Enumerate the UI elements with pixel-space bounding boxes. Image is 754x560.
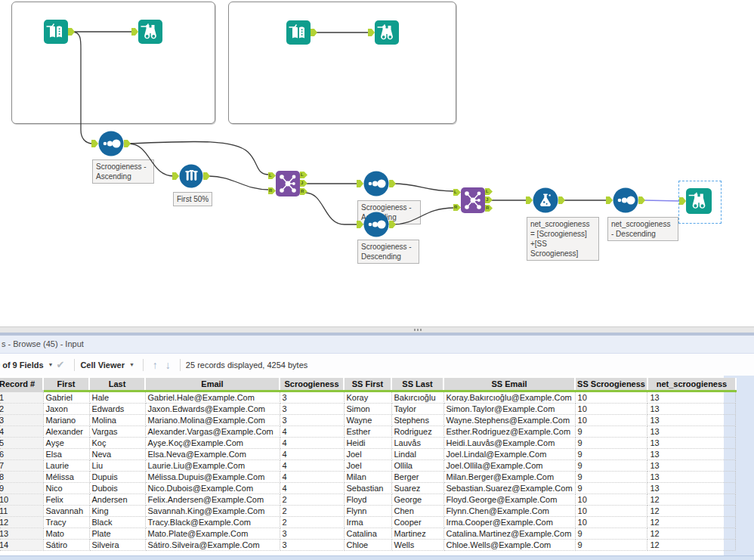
browse-tool-2[interactable]	[375, 20, 399, 45]
up-arrow-icon[interactable]: ↑	[153, 359, 158, 371]
data-cell[interactable]: Milan.Berger@Example.Com	[443, 472, 575, 483]
column-header[interactable]: net_scroogieness	[647, 378, 736, 391]
row-number-cell[interactable]: 13	[0, 528, 43, 540]
data-cell[interactable]: 9	[575, 483, 647, 494]
table-row[interactable]: 8MélissaDupuisMélissa.Dupuis@Example.Com…	[0, 472, 736, 483]
data-cell[interactable]: Tracy.Black@Example.Com	[145, 517, 280, 528]
data-cell[interactable]: Ayşe.Koç@Example.Com	[145, 438, 280, 449]
input-data-tool-2[interactable]	[286, 20, 311, 45]
data-cell[interactable]: 13	[647, 449, 736, 460]
data-cell[interactable]: Gabriel	[43, 391, 89, 404]
input-anchor[interactable]	[172, 172, 179, 180]
splitter-grip-icon[interactable]	[414, 329, 426, 331]
column-header[interactable]: SS First	[344, 378, 391, 391]
sort-tool-3[interactable]	[363, 212, 389, 237]
data-cell[interactable]: Jaxon.Edwards@Example.Com	[145, 404, 280, 415]
data-cell[interactable]: 10	[575, 506, 647, 517]
data-cell[interactable]: 12	[647, 528, 736, 540]
row-number-cell[interactable]: 2	[0, 404, 43, 415]
data-cell[interactable]: Alexander.Vargas@Example.Com	[145, 426, 280, 438]
column-header[interactable]: Scroogieness	[280, 378, 344, 391]
data-cell[interactable]: 12	[647, 517, 736, 528]
data-cell[interactable]: 10	[575, 391, 647, 404]
data-cell[interactable]: 9	[575, 540, 647, 551]
connection-sort4-browse3-selected[interactable]	[644, 200, 681, 201]
data-cell[interactable]: Flynn.Chen@Example.Com	[443, 506, 575, 517]
output-anchor[interactable]	[124, 140, 131, 147]
data-cell[interactable]: 4	[280, 449, 344, 460]
data-cell[interactable]: 13	[647, 426, 736, 438]
data-cell[interactable]: Tracy	[43, 517, 89, 528]
data-cell[interactable]: 9	[575, 449, 647, 460]
output-anchor[interactable]	[638, 196, 645, 204]
row-number-cell[interactable]: 4	[0, 426, 43, 438]
data-cell[interactable]: Joel.Lindal@Example.Com	[443, 449, 575, 460]
data-cell[interactable]: Dubois	[89, 483, 145, 494]
data-cell[interactable]: 2	[280, 506, 344, 517]
data-cell[interactable]: Chloe.Wells@Example.Com	[443, 540, 575, 551]
data-cell[interactable]: 2	[280, 517, 344, 528]
right-input-anchor[interactable]: R	[268, 187, 276, 194]
data-cell[interactable]: Sátiro	[43, 540, 89, 551]
data-cell[interactable]: 13	[647, 404, 736, 415]
input-anchor[interactable]	[91, 140, 98, 147]
formula-tool[interactable]	[533, 187, 558, 213]
data-cell[interactable]: Vargas	[89, 426, 145, 438]
row-number-cell[interactable]: 14	[0, 540, 43, 551]
data-cell[interactable]: Flynn	[344, 506, 391, 517]
data-cell[interactable]: Sebastian.Suarez@Example.Com	[443, 483, 575, 494]
data-cell[interactable]: Mariano.Molina@Example.Com	[145, 415, 280, 426]
connection-join1R-sort3[interactable]	[305, 193, 358, 224]
fields-dropdown-caret-icon[interactable]: ▼	[48, 362, 54, 367]
down-arrow-icon[interactable]: ↓	[165, 359, 171, 371]
table-row[interactable]: 14SátiroSilveiraSátiro.Silveira@Example.…	[0, 540, 736, 551]
data-cell[interactable]: Felix.Andersen@Example.Com	[145, 494, 280, 506]
data-cell[interactable]: Ayşe	[43, 438, 89, 449]
row-number-cell[interactable]: 9	[0, 483, 43, 494]
data-cell[interactable]: Neva	[89, 449, 145, 460]
data-cell[interactable]: Savannah.King@Example.Com	[145, 506, 280, 517]
workflow-canvas[interactable]: Scroogieness - Ascending First 50% Scroo…	[0, 0, 754, 326]
data-cell[interactable]: Joel	[344, 449, 391, 460]
sort-tool-1[interactable]	[98, 131, 124, 156]
apply-check-icon[interactable]: ✔	[57, 359, 65, 370]
data-cell[interactable]: 4	[280, 483, 344, 494]
input-anchor[interactable]	[526, 196, 533, 204]
data-cell[interactable]: 4	[280, 472, 344, 483]
left-input-anchor[interactable]: L	[453, 189, 461, 196]
input-anchor[interactable]	[357, 180, 363, 187]
left-input-anchor[interactable]: L	[268, 172, 276, 179]
data-cell[interactable]: Chen	[391, 506, 443, 517]
table-row[interactable]: 11SavannahKingSavannah.King@Example.Com2…	[0, 506, 736, 517]
row-number-cell[interactable]: 8	[0, 472, 43, 483]
results-tab-title[interactable]: s - Browse (45) - Input	[2, 339, 84, 348]
data-cell[interactable]: 13	[647, 438, 736, 449]
data-cell[interactable]: Dupuis	[89, 472, 145, 483]
input-data-tool-1[interactable]	[44, 20, 68, 44]
data-cell[interactable]: Suarez	[391, 483, 443, 494]
tool-container-2[interactable]	[228, 2, 456, 124]
data-cell[interactable]: 4	[280, 438, 344, 449]
data-cell[interactable]: Stephens	[391, 415, 443, 426]
data-cell[interactable]: 12	[647, 506, 736, 517]
table-row[interactable]: 9NicoDuboisNico.Dubois@Example.Com4Sebas…	[0, 483, 736, 494]
browse-tool-1[interactable]	[138, 20, 162, 44]
data-cell[interactable]: 13	[647, 472, 736, 483]
data-cell[interactable]: Savannah	[43, 506, 89, 517]
data-cell[interactable]: 9	[575, 528, 647, 540]
data-cell[interactable]: Elsa.Neva@Example.Com	[145, 449, 280, 460]
horizontal-scrollbar[interactable]	[0, 555, 754, 560]
cell-viewer-dropdown-caret-icon[interactable]: ▼	[129, 362, 134, 367]
data-cell[interactable]: Lauvås	[391, 438, 443, 449]
data-cell[interactable]: 4	[280, 426, 344, 438]
data-cell[interactable]: Liu	[89, 460, 145, 472]
data-cell[interactable]: Alexander	[43, 426, 89, 438]
data-cell[interactable]: 3	[280, 391, 344, 404]
row-number-cell[interactable]: 11	[0, 506, 43, 517]
data-cell[interactable]: Laurie	[43, 460, 89, 472]
data-cell[interactable]: Sátiro.Silveira@Example.Com	[145, 540, 280, 551]
panel-splitter[interactable]	[0, 326, 754, 333]
data-cell[interactable]: Sebastian	[344, 483, 391, 494]
data-cell[interactable]: 13	[647, 391, 736, 404]
data-cell[interactable]: 10	[575, 494, 647, 506]
